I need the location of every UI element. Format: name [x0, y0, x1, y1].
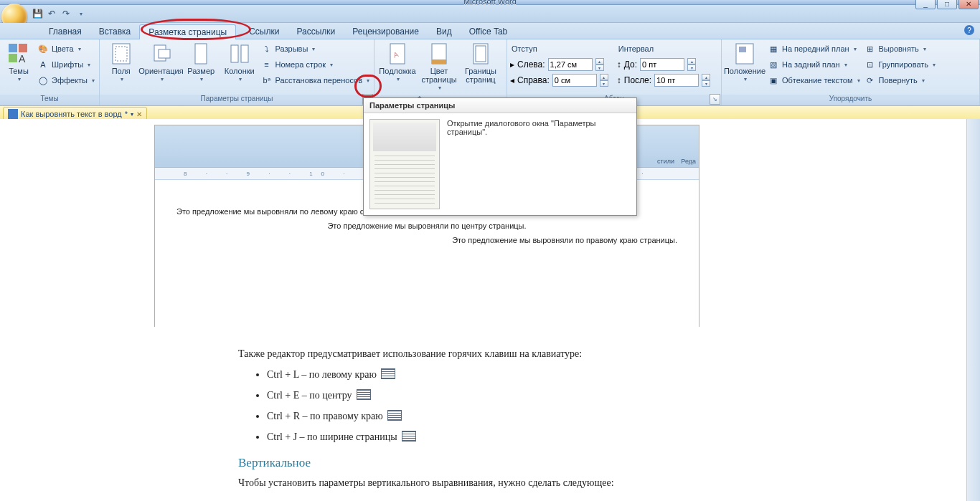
article-body: Также редактор предусматривает использов… [238, 341, 755, 496]
ribbon-tabs: Главная Вставка Разметка страницы Ссылки… [0, 23, 980, 39]
svg-text:A: A [19, 53, 26, 65]
indent-left-icon: ▸ [510, 59, 514, 70]
theme-colors[interactable]: 🎨Цвета [36, 41, 96, 57]
document-tab-label: Как выровнять текст в ворд [21, 110, 122, 118]
group-label-themes: Темы [0, 95, 99, 105]
help-icon[interactable]: ? [964, 25, 974, 35]
hotkey-list: Ctrl + L – по левому краю Ctrl + E – по … [238, 368, 755, 443]
align-justify-icon [402, 431, 416, 442]
window-controls: _ □ ✕ [915, 0, 979, 9]
minimize-button[interactable]: _ [915, 0, 936, 9]
position-button[interactable]: Положение [725, 41, 765, 93]
page-color-button[interactable]: Цвет страницы [419, 41, 459, 94]
indent-right-input[interactable] [552, 74, 597, 87]
indent-left[interactable]: ▸Слева:▴▾ [510, 57, 608, 72]
redo-icon[interactable]: ↷ [60, 8, 72, 19]
back-icon: ▧ [768, 59, 779, 70]
effects-icon: ◯ [37, 75, 49, 86]
page-color-icon [428, 42, 451, 65]
close-tab-icon[interactable]: ✕ [136, 110, 142, 118]
spinner[interactable]: ▴▾ [702, 74, 710, 87]
svg-rect-8 [195, 44, 207, 64]
columns-icon [228, 42, 251, 65]
indent-right[interactable]: ◂Справа:▴▾ [510, 72, 608, 88]
group-icon: ⊡ [864, 59, 876, 70]
qat-more[interactable] [75, 8, 86, 19]
spacing-before-input[interactable] [640, 58, 684, 71]
page-borders-button[interactable]: Границы страниц [461, 41, 501, 94]
themes-button[interactable]: A Темы [3, 41, 34, 93]
align-icon: ⊞ [864, 43, 876, 54]
tab-page-layout[interactable]: Разметка страницы [139, 24, 236, 39]
borders-icon [469, 42, 492, 65]
svg-rect-10 [241, 45, 248, 62]
save-icon[interactable]: 💾 [32, 8, 43, 19]
group-label-page-setup: Параметры страницы [100, 95, 374, 105]
tab-insert[interactable]: Вставка [90, 24, 140, 39]
orientation-icon [150, 42, 173, 65]
themes-label: Темы [9, 67, 29, 75]
undo-icon[interactable]: ↶ [46, 8, 57, 19]
position-icon [733, 42, 756, 65]
align-right-icon [387, 410, 402, 421]
indent-right-icon: ◂ [510, 75, 514, 85]
align-button[interactable]: ⊞Выровнять [863, 41, 938, 57]
size-button[interactable]: Размер [183, 41, 220, 93]
tab-review[interactable]: Рецензирование [344, 24, 428, 39]
spacing-before[interactable]: ↕До:▴▾ [617, 57, 710, 72]
tab-home[interactable]: Главная [40, 24, 90, 39]
wrap-icon: ▣ [768, 75, 779, 86]
breaks-button[interactable]: ⤵Разрывы [260, 41, 371, 57]
close-button[interactable]: ✕ [958, 0, 979, 9]
margins-button[interactable]: Поля [103, 41, 140, 93]
columns-button[interactable]: Колонки [221, 41, 258, 93]
group-arrange: Положение ▦На передний план ▧На задний п… [722, 39, 980, 105]
vertical-scrollbar[interactable] [966, 119, 980, 501]
theme-effects[interactable]: ◯Эффекты [36, 72, 96, 88]
tab-view[interactable]: Вид [428, 24, 461, 39]
spinner[interactable]: ▴▾ [687, 58, 696, 71]
margins-icon [110, 42, 133, 65]
tab-references[interactable]: Ссылки [240, 24, 288, 39]
text-wrap-button[interactable]: ▣Обтекание текстом [766, 72, 862, 88]
watermark-button[interactable]: AПодложка [377, 41, 418, 94]
spacing-before-icon: ↕ [617, 59, 621, 70]
themes-icon: A [7, 42, 30, 65]
theme-fonts[interactable]: AШрифты [36, 57, 96, 72]
svg-rect-14 [432, 59, 446, 64]
line-numbers-button[interactable]: ≡Номера строк [260, 57, 371, 72]
tab-mailings[interactable]: Рассылки [288, 24, 344, 39]
list-item: Ctrl + J – по ширине страницы [267, 431, 755, 443]
size-icon [189, 42, 212, 65]
colors-icon: 🎨 [37, 43, 49, 54]
tab-office-tab[interactable]: Office Tab [461, 24, 517, 39]
spinner[interactable]: ▴▾ [595, 58, 604, 71]
quick-access-toolbar: 💾 ↶ ↷ [0, 5, 980, 23]
orientation-button[interactable]: Ориентация [141, 41, 182, 93]
paragraph-launcher[interactable]: ↘ [710, 94, 720, 105]
inner-para-center: Это предложение мы выровняли по центру с… [176, 221, 677, 230]
spinner[interactable]: ▴▾ [600, 74, 608, 87]
group-paragraph: Отступ ▸Слева:▴▾ ◂Справа:▴▾ Интервал ↕До… [507, 39, 722, 105]
hyphenation-button[interactable]: bᵃРасстановка переносов [260, 72, 371, 88]
breaks-icon: ⤵ [261, 43, 273, 54]
spacing-after[interactable]: ↕После:▴▾ [617, 72, 710, 88]
line-numbers-icon: ≡ [261, 59, 273, 70]
chevron-down-icon[interactable]: ▾ [131, 111, 133, 118]
inner-para-right: Это предложение мы выровняли по правому … [176, 236, 677, 244]
group-page-bg: AПодложка Цвет страницы Границы страниц … [374, 39, 507, 105]
article-lead: Также редактор предусматривает использов… [238, 348, 755, 360]
rotate-icon: ⟳ [864, 75, 876, 86]
rotate-button[interactable]: ⟳Повернуть [863, 72, 938, 88]
spacing-after-input[interactable] [654, 74, 699, 87]
group-button[interactable]: ⊡Группировать [863, 57, 938, 72]
indent-left-input[interactable] [548, 58, 593, 71]
indent-header: Отступ [510, 41, 608, 57]
window-title: Microsoft Word [463, 0, 517, 6]
send-back-button[interactable]: ▧На задний план [766, 57, 862, 72]
watermark-icon: A [386, 42, 409, 65]
bring-front-button[interactable]: ▦На передний план [766, 41, 862, 57]
article-para: Чтобы установить параметры вертикального… [238, 477, 755, 489]
hyphenation-icon: bᵃ [261, 75, 273, 86]
maximize-button[interactable]: □ [937, 0, 957, 9]
